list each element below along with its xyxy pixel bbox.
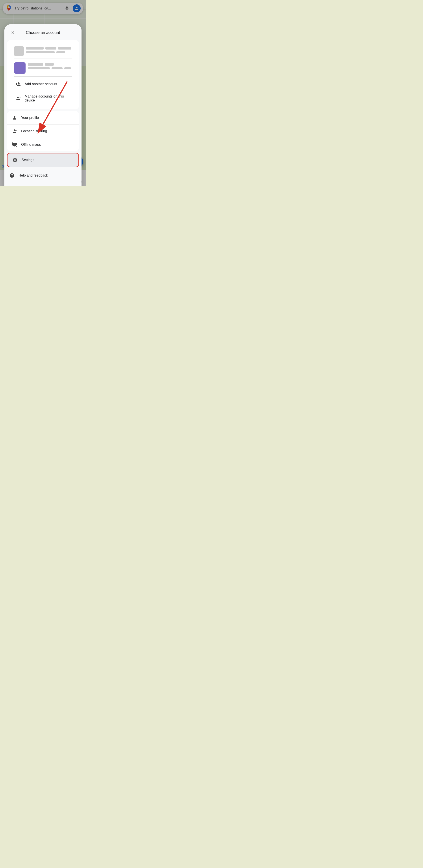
account2-email-blur bbox=[28, 67, 50, 69]
account-info-2 bbox=[28, 62, 71, 69]
settings-label: Settings bbox=[22, 158, 34, 162]
account-avatar-2 bbox=[14, 62, 26, 74]
your-profile-item[interactable]: Your profile bbox=[7, 111, 79, 125]
account-avatar-1 bbox=[14, 46, 24, 56]
add-account-item[interactable]: Add another account bbox=[10, 78, 75, 91]
account-email-blur-part bbox=[58, 47, 72, 50]
add-person-icon bbox=[15, 81, 21, 87]
person-icon bbox=[11, 115, 18, 121]
settings-gear-icon bbox=[12, 157, 18, 163]
account-email-blur bbox=[26, 51, 55, 53]
account2-name-blur bbox=[28, 63, 43, 66]
choose-account-modal: ✕ Choose an account bbox=[4, 24, 82, 186]
modal-title: Choose an account bbox=[17, 30, 69, 35]
offline-maps-item[interactable]: Offline maps bbox=[7, 138, 79, 151]
your-profile-label: Your profile bbox=[21, 116, 39, 120]
offline-maps-label: Offline maps bbox=[21, 143, 41, 147]
help-feedback-item[interactable]: Help and feedback bbox=[4, 169, 82, 182]
help-icon bbox=[9, 173, 15, 179]
help-feedback-label: Help and feedback bbox=[19, 174, 48, 178]
help-section: Help and feedback bbox=[4, 168, 82, 183]
offline-icon bbox=[11, 142, 18, 148]
account-email-blur-2 bbox=[56, 51, 65, 53]
main-menu-section: Your profile Location sharing Offline ma… bbox=[7, 111, 79, 151]
account-name-blur bbox=[26, 47, 44, 50]
modal-header: ✕ Choose an account bbox=[4, 24, 82, 40]
footer-links: Privacy Policy • Terms of service bbox=[4, 183, 82, 186]
location-sharing-icon bbox=[11, 128, 18, 134]
manage-accounts-item[interactable]: Manage accounts on this device bbox=[10, 91, 75, 106]
close-button[interactable]: ✕ bbox=[9, 29, 17, 36]
account-item-1[interactable] bbox=[10, 43, 75, 58]
account-info-1 bbox=[26, 46, 72, 53]
account2-email-blur3 bbox=[64, 67, 71, 69]
account2-email-blur2 bbox=[52, 67, 62, 69]
account-name-blur-2 bbox=[46, 47, 56, 50]
manage-accounts-icon bbox=[15, 95, 21, 101]
manage-accounts-label: Manage accounts on this device bbox=[25, 94, 71, 102]
settings-item[interactable]: Settings bbox=[7, 153, 79, 167]
account-item-2[interactable] bbox=[10, 60, 75, 75]
accounts-section: Add another account Manage accounts on t… bbox=[7, 40, 79, 110]
location-sharing-label: Location sharing bbox=[21, 129, 47, 133]
location-sharing-item[interactable]: Location sharing bbox=[7, 125, 79, 138]
add-account-label: Add another account bbox=[25, 82, 57, 86]
account2-name-blur2 bbox=[45, 63, 54, 66]
